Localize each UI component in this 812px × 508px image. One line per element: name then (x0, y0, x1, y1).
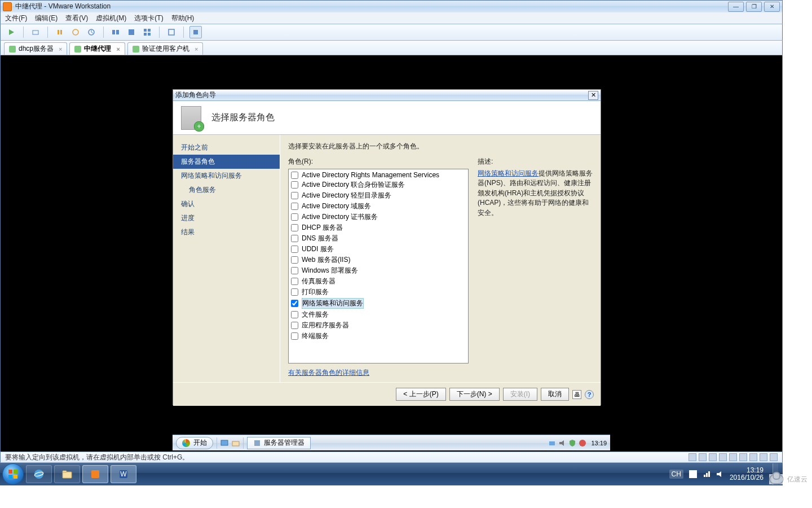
enter-fullscreen-icon[interactable] (189, 26, 202, 38)
role-checkbox-row[interactable]: DNS 服务器 (291, 233, 466, 244)
role-checkbox[interactable] (291, 278, 298, 285)
next-button[interactable]: 下一步(N) > (449, 388, 500, 401)
role-checkbox-row[interactable]: Active Directory Rights Management Servi… (291, 170, 466, 179)
wizard-nav-item[interactable]: 角色服务 (173, 183, 280, 197)
menu-vm[interactable]: 虚拟机(M) (96, 14, 126, 23)
tab-close-icon[interactable]: × (59, 46, 62, 52)
tray-flag-icon[interactable] (689, 470, 697, 478)
role-checkbox[interactable] (291, 267, 298, 274)
tray-sound-icon[interactable] (558, 439, 566, 447)
role-checkbox[interactable] (291, 203, 298, 210)
status-printer-icon[interactable] (749, 453, 757, 461)
status-usb-icon[interactable] (729, 453, 737, 461)
vm-tab-dhcp[interactable]: dhcp服务器 × (4, 42, 67, 55)
role-checkbox[interactable] (291, 172, 298, 179)
prev-button[interactable]: < 上一步(P) (396, 388, 445, 401)
wizard-nav-item[interactable]: 进度 (173, 211, 280, 225)
role-checkbox-row[interactable]: Web 服务器(IIS) (291, 255, 466, 265)
role-checkbox[interactable] (291, 322, 298, 329)
role-checkbox-row[interactable]: UDDI 服务 (291, 244, 466, 255)
wizard-nav-item[interactable]: 结果 (173, 225, 280, 239)
thumbnail-icon[interactable] (141, 26, 153, 38)
role-checkbox[interactable] (291, 235, 298, 242)
tray-alert-icon[interactable] (579, 439, 586, 447)
role-checkbox-row[interactable]: Active Directory 轻型目录服务 (291, 190, 466, 201)
vm-display-area[interactable]: 添加角色向导 ✕ 选择服务器角色 开始之前服务器角色网络策略和访问服务角色服务确… (0, 55, 783, 475)
help-icon[interactable]: ? (585, 390, 594, 399)
snapshot-icon[interactable] (29, 26, 42, 38)
taskbar-explorer-icon[interactable] (54, 465, 80, 483)
lang-indicator[interactable]: CH (669, 470, 683, 479)
tray-network-icon[interactable] (703, 470, 710, 478)
role-checkbox-row[interactable]: 终端服务 (291, 331, 466, 341)
power-on-icon[interactable] (5, 26, 17, 38)
maximize-button[interactable]: ❐ (746, 2, 762, 12)
wizard-nav-item[interactable]: 开始之前 (173, 141, 280, 155)
minimize-button[interactable]: — (728, 2, 744, 12)
tab-close-icon[interactable]: × (195, 46, 198, 52)
role-checkbox[interactable] (291, 213, 298, 221)
status-cd-icon[interactable] (699, 453, 707, 461)
reset-icon[interactable] (69, 26, 82, 38)
guest-clock[interactable]: 13:19 (591, 440, 607, 446)
role-checkbox[interactable] (291, 224, 298, 231)
view-split-icon[interactable] (109, 26, 122, 38)
role-checkbox-row[interactable]: 应用程序服务器 (291, 320, 466, 331)
status-sound-icon[interactable] (739, 453, 747, 461)
unity-icon[interactable] (125, 26, 138, 38)
tab-close-icon[interactable]: × (116, 46, 120, 52)
guest-start-button[interactable]: 开始 (176, 437, 213, 449)
menu-edit[interactable]: 编辑(E) (35, 14, 58, 23)
roles-listbox[interactable]: Active Directory Rights Management Servi… (288, 169, 469, 364)
wizard-titlebar[interactable]: 添加角色向导 ✕ (173, 90, 601, 101)
fullscreen-icon[interactable] (165, 26, 178, 38)
role-checkbox-row[interactable]: Active Directory 联合身份验证服务 (291, 179, 466, 190)
tray-network-icon[interactable] (548, 439, 556, 447)
role-checkbox-row[interactable]: Active Directory 域服务 (291, 201, 466, 212)
wizard-nav-item[interactable]: 网络策略和访问服务 (173, 169, 280, 183)
role-checkbox[interactable] (291, 192, 298, 199)
cancel-button[interactable]: 取消 (541, 388, 569, 401)
vm-tab-relay[interactable]: 中继代理 × (69, 42, 125, 55)
role-checkbox-row[interactable]: Windows 部署服务 (291, 265, 466, 276)
role-checkbox-row[interactable]: 传真服务器 (291, 276, 466, 287)
snapshot-manager-icon[interactable] (85, 26, 98, 38)
suspend-icon[interactable] (54, 26, 66, 38)
menu-file[interactable]: 文件(F) (5, 14, 27, 23)
role-checkbox-row[interactable]: 打印服务 (291, 287, 466, 297)
tray-shield-icon[interactable] (568, 439, 576, 447)
vm-tab-client[interactable]: 验证使用客户机 × (127, 42, 203, 55)
close-button[interactable]: ✕ (764, 2, 780, 12)
tray-volume-icon[interactable] (716, 470, 724, 478)
wizard-nav-item[interactable]: 服务器角色 (173, 155, 280, 169)
menu-help[interactable]: 帮助(H) (171, 14, 195, 23)
taskbar-item-server-manager[interactable]: 服务器管理器 (247, 437, 311, 449)
host-start-button[interactable] (2, 463, 24, 485)
host-date[interactable]: 2016/10/26 (730, 474, 764, 481)
role-checkbox[interactable] (291, 246, 298, 253)
menu-view[interactable]: 查看(V) (65, 14, 88, 23)
more-info-link[interactable]: 有关服务器角色的详细信息 (288, 369, 369, 376)
print-icon[interactable]: 🖶 (572, 390, 581, 399)
role-checkbox-row[interactable]: DHCP 服务器 (291, 222, 466, 233)
role-checkbox-row[interactable]: 网络策略和访问服务 (291, 297, 466, 309)
status-display-icon[interactable] (760, 453, 767, 461)
role-checkbox[interactable] (291, 311, 298, 318)
wizard-nav-item[interactable]: 确认 (173, 197, 280, 211)
role-checkbox[interactable] (291, 256, 298, 264)
menu-tabs[interactable]: 选项卡(T) (134, 14, 163, 23)
role-checkbox[interactable] (291, 288, 298, 296)
status-network-icon[interactable] (719, 453, 727, 461)
guest-desktop[interactable]: 添加角色向导 ✕ 选择服务器角色 开始之前服务器角色网络策略和访问服务角色服务确… (173, 89, 610, 450)
role-checkbox[interactable] (291, 300, 298, 307)
role-checkbox-row[interactable]: 文件服务 (291, 309, 466, 320)
wizard-close-button[interactable]: ✕ (588, 91, 598, 100)
status-floppy-icon[interactable] (709, 453, 717, 461)
quick-launch-explorer-icon[interactable] (232, 439, 240, 447)
status-message-icon[interactable] (770, 453, 778, 461)
quick-launch-desktop-icon[interactable] (220, 439, 228, 447)
role-checkbox[interactable] (291, 332, 298, 340)
taskbar-word-icon[interactable]: W (111, 465, 136, 483)
description-link[interactable]: 网络策略和访问服务 (478, 169, 539, 177)
status-hdd-icon[interactable] (689, 453, 696, 461)
